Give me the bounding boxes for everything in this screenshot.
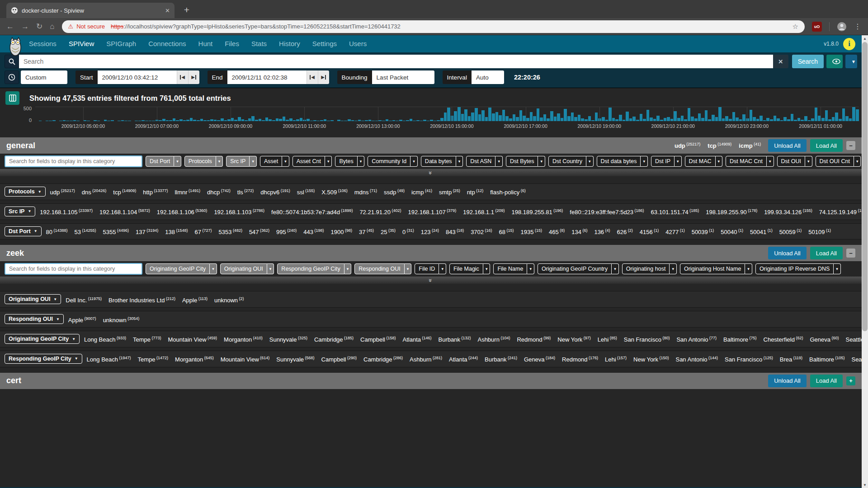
field-value[interactable]: 192.168.1.107 (379) (408, 209, 457, 216)
field-value[interactable]: Dell Inc. (11975) (66, 297, 102, 304)
interval-select[interactable]: Auto (472, 70, 504, 84)
scrollbar-thumb[interactable] (862, 42, 868, 331)
browser-tab[interactable]: docker-cluster - Spiview ✕ (6, 3, 175, 18)
field-value[interactable]: 74.125.19.149 (151) (819, 209, 862, 216)
field-toggle-originating-ip-reverse-dns[interactable]: Originating IP Reverse DNS▾ (755, 263, 841, 274)
field-toggle-originating-host-name[interactable]: Originating Host Name▾ (680, 263, 752, 274)
field-value[interactable]: 63.101.151.74 (185) (651, 209, 699, 216)
field-value[interactable]: 137 (3194) (136, 229, 158, 235)
nav-item-connections[interactable]: Connections (148, 40, 186, 47)
field-menu-src-ip[interactable]: Src IP ▼ (5, 206, 35, 216)
time-range-select[interactable]: Custom (21, 70, 67, 84)
field-value[interactable]: Seattle (99) (851, 356, 862, 363)
info-icon[interactable]: i (843, 38, 855, 50)
field-value[interactable]: Mountain View (459) (168, 336, 217, 343)
field-value[interactable]: 4156 (1) (640, 229, 659, 235)
expand-fields-bar[interactable]: » (0, 169, 862, 176)
field-value[interactable]: 465 (8) (549, 229, 565, 235)
header-stat[interactable]: udp (25217) (675, 142, 700, 149)
field-value[interactable]: Tempe (1472) (138, 356, 169, 363)
start-skip-forward-button[interactable]: ▶ (188, 70, 199, 84)
field-menu-responding-geoip-city[interactable]: Responding GeoIP City ▼ (5, 354, 82, 364)
nav-item-settings[interactable]: Settings (312, 40, 337, 47)
field-value[interactable]: Baltimore (105) (809, 356, 844, 363)
tab-close-icon[interactable]: ✕ (165, 7, 170, 14)
field-value[interactable]: 626 (2) (617, 229, 633, 235)
field-value[interactable]: Morganton (410) (224, 336, 263, 343)
nav-item-hunt[interactable]: Hunt (198, 40, 213, 47)
end-time-input[interactable] (227, 70, 307, 84)
field-value[interactable]: 123 (24) (421, 229, 439, 235)
nav-item-history[interactable]: History (279, 40, 300, 47)
field-value[interactable]: 4277 (1) (665, 229, 684, 235)
field-value[interactable]: tcp (14909) (113, 189, 136, 196)
field-value[interactable]: 192.168.1.105 (23397) (40, 209, 93, 216)
field-value[interactable]: Tempe (773) (133, 336, 161, 343)
expand-fields-bar[interactable]: » (0, 277, 862, 284)
field-toggle-file-magic[interactable]: File Magic▾ (449, 263, 491, 274)
field-value[interactable]: 443 (198) (303, 229, 324, 235)
field-toggle-dst-ip[interactable]: Dst IP▾ (651, 156, 682, 167)
field-value[interactable]: Ashburn (281) (410, 356, 442, 363)
field-value[interactable]: 1900 (98) (331, 229, 352, 235)
clock-icon[interactable] (5, 70, 19, 84)
field-value[interactable]: 72.21.91.20 (402) (359, 209, 401, 216)
field-value[interactable]: Apple (113) (182, 297, 208, 304)
field-toggle-bytes[interactable]: Bytes▾ (335, 156, 364, 167)
field-toggle-community-id[interactable]: Community Id▾ (368, 156, 418, 167)
field-value[interactable]: Lehi (157) (605, 356, 627, 363)
field-value[interactable]: Baltimore (75) (723, 336, 756, 343)
field-value[interactable]: Sunnyvale (568) (276, 356, 314, 363)
field-value[interactable]: Lehi (85) (598, 336, 617, 343)
header-stat[interactable]: tcp (14909) (708, 142, 731, 149)
ublock-extension-icon[interactable]: uO (812, 22, 822, 32)
field-menu-originating-oui[interactable]: Originating OUI ▼ (5, 294, 61, 304)
field-value[interactable]: 0 (31) (402, 229, 414, 235)
field-value[interactable]: 50041 (1) (750, 229, 773, 235)
home-icon[interactable]: ⌂ (50, 22, 54, 31)
collapse-section-icon[interactable]: − (846, 249, 855, 258)
field-value[interactable]: Long Beach (1947) (87, 356, 131, 363)
search-input[interactable] (19, 55, 773, 68)
scrollbar-up-icon[interactable]: ▲ (862, 35, 868, 42)
end-skip-forward-button[interactable]: ▶ (318, 70, 329, 84)
field-toggle-src-ip[interactable]: Src IP▾ (226, 156, 257, 167)
load-all-button[interactable]: Load All (810, 247, 843, 259)
field-value[interactable]: Atlanta (146) (403, 336, 432, 343)
field-toggle-originating-host[interactable]: Originating host▾ (622, 263, 677, 274)
end-skip-back-button[interactable]: ◀ (307, 70, 318, 84)
bookmark-star-icon[interactable]: ☆ (793, 23, 798, 31)
field-value[interactable]: Redmond (176) (562, 356, 598, 363)
not-secure-label[interactable]: Not secure (76, 23, 105, 30)
field-value[interactable]: 50109 (1) (808, 229, 831, 235)
field-value[interactable]: 53 (14255) (75, 229, 96, 235)
field-value[interactable]: smtp (25) (439, 189, 460, 196)
field-toggle-responding-geoip-city[interactable]: Responding GeoIP City▾ (277, 263, 351, 274)
field-value[interactable]: 5353 (482) (218, 229, 242, 235)
field-value[interactable]: flash-policy (6) (490, 189, 526, 196)
nav-item-stats[interactable]: Stats (251, 40, 267, 47)
field-value[interactable]: Cambridge (185) (314, 336, 354, 343)
field-value[interactable]: llmnr (1491) (175, 189, 200, 196)
field-value[interactable]: Campbell (290) (321, 356, 357, 363)
back-icon[interactable]: ← (6, 22, 14, 31)
field-value[interactable]: 3702 (16) (471, 229, 492, 235)
start-time-input[interactable] (98, 70, 177, 84)
unload-all-button[interactable]: Unload All (768, 375, 807, 387)
scrollbar-down-icon[interactable]: ▼ (862, 482, 868, 488)
field-value[interactable]: Brea (119) (780, 356, 802, 363)
nav-item-spiview[interactable]: SPIView (69, 40, 94, 47)
field-value[interactable]: Burbank (132) (439, 336, 471, 343)
nav-item-spigraph[interactable]: SPIGraph (106, 40, 136, 47)
field-value[interactable]: San Antonio (144) (675, 356, 718, 363)
field-value[interactable]: X.509 (106) (321, 189, 348, 196)
field-value[interactable]: fe80::219:e3ff:fee7:5d23 (186) (570, 209, 644, 216)
field-value[interactable]: 1935 (15) (521, 229, 542, 235)
field-value[interactable]: 67 (727) (194, 229, 212, 235)
field-value[interactable]: 995 (240) (276, 229, 297, 235)
bounding-select[interactable]: Last Packet (372, 70, 434, 84)
field-value[interactable]: 50059 (1) (779, 229, 802, 235)
field-value[interactable]: 192.168.1.1 (209) (463, 209, 505, 216)
omnibox[interactable]: ⚠ Not secure https://localhost/spiview?g… (62, 20, 805, 33)
header-stat[interactable]: icmp (41) (739, 142, 761, 149)
